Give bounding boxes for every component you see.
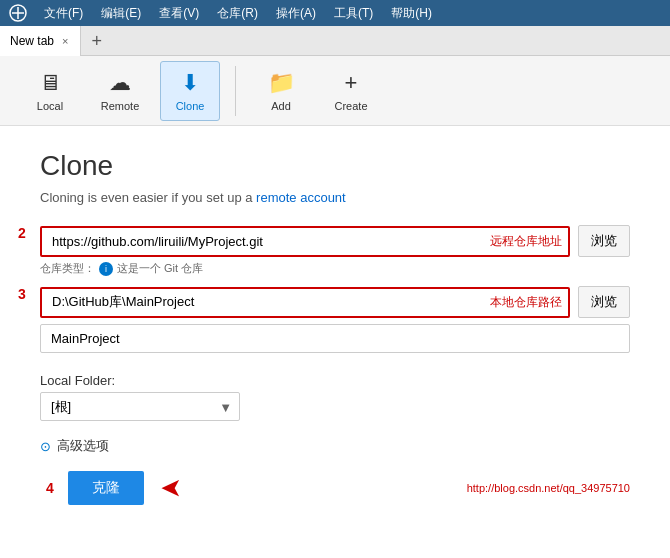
- info-icon: i: [99, 262, 113, 276]
- toolbar-local[interactable]: 🖥 Local: [20, 61, 80, 121]
- watermark: http://blog.csdn.net/qq_34975710: [467, 482, 630, 494]
- path-input-row: 本地仓库路径 浏览: [40, 286, 630, 318]
- menu-view[interactable]: 查看(V): [151, 3, 207, 24]
- path-browse-button[interactable]: 浏览: [578, 286, 630, 318]
- tab-bar: New tab × +: [0, 26, 670, 56]
- repo-name-input[interactable]: [40, 324, 630, 353]
- local-folder-wrapper: [根] ▼: [40, 392, 240, 421]
- menu-action[interactable]: 操作(A): [268, 3, 324, 24]
- clone-icon: ⬇: [181, 70, 199, 96]
- step3-num: 3: [12, 286, 32, 302]
- toolbar-remote[interactable]: ☁ Remote: [90, 61, 150, 121]
- toolbar-add[interactable]: 📁 Add: [251, 61, 311, 121]
- toolbar-add-label: Add: [271, 100, 291, 112]
- advanced-options-toggle[interactable]: ⊙ 高级选项: [40, 437, 630, 455]
- remote-account-link[interactable]: remote account: [256, 190, 346, 205]
- advanced-label: 高级选项: [57, 437, 109, 455]
- toolbar-clone[interactable]: ⬇ Clone 1: [160, 61, 220, 121]
- step4-num: 4: [40, 480, 60, 496]
- path-input[interactable]: [40, 287, 570, 318]
- app-logo: [8, 3, 28, 23]
- url-field-wrapper: 远程仓库地址: [40, 226, 570, 257]
- url-input[interactable]: [40, 226, 570, 257]
- toolbar-create-label: Create: [334, 100, 367, 112]
- arrow-annotation: ➤: [160, 473, 182, 504]
- toolbar: 🖥 Local ☁ Remote ⬇ Clone 1 📁 Add + Creat…: [0, 56, 670, 126]
- step4-row: 4 克隆 ➤ http://blog.csdn.net/qq_34975710: [40, 471, 630, 505]
- step3-row: 3 本地仓库路径 浏览: [40, 286, 630, 318]
- local-icon: 🖥: [39, 70, 61, 96]
- menu-edit[interactable]: 编辑(E): [93, 3, 149, 24]
- url-browse-button[interactable]: 浏览: [578, 225, 630, 257]
- subtitle: Cloning is even easier if you set up a r…: [40, 190, 630, 205]
- path-field-wrapper: 本地仓库路径: [40, 287, 570, 318]
- menu-repo[interactable]: 仓库(R): [209, 3, 266, 24]
- menu-file[interactable]: 文件(F): [36, 3, 91, 24]
- toolbar-remote-label: Remote: [101, 100, 140, 112]
- local-folder-label: Local Folder:: [40, 373, 630, 388]
- toolbar-local-label: Local: [37, 100, 63, 112]
- new-tab-button[interactable]: +: [81, 26, 112, 56]
- menu-tools[interactable]: 工具(T): [326, 3, 381, 24]
- toolbar-sep: [235, 66, 236, 116]
- main-content: Clone Cloning is even easier if you set …: [0, 126, 670, 558]
- page-title: Clone: [40, 150, 630, 182]
- tab-label: New tab: [10, 34, 54, 48]
- toolbar-create[interactable]: + Create: [321, 61, 381, 121]
- tab-new[interactable]: New tab ×: [0, 26, 81, 56]
- tab-close-button[interactable]: ×: [60, 35, 70, 47]
- remote-icon: ☁: [109, 70, 131, 96]
- local-folder-select[interactable]: [根]: [40, 392, 240, 421]
- repo-type-hint: 仓库类型： i 这是一个 Git 仓库: [40, 261, 630, 276]
- step2-row: 2 远程仓库地址 浏览: [40, 225, 630, 257]
- toolbar-clone-label: Clone: [176, 100, 205, 112]
- create-icon: +: [345, 70, 358, 96]
- advanced-expand-icon: ⊙: [40, 439, 51, 454]
- menu-bar: 文件(F) 编辑(E) 查看(V) 仓库(R) 操作(A) 工具(T) 帮助(H…: [0, 0, 670, 26]
- add-icon: 📁: [268, 70, 295, 96]
- step2-num: 2: [12, 225, 32, 241]
- repo-name-row: [40, 324, 630, 363]
- menu-help[interactable]: 帮助(H): [383, 3, 440, 24]
- url-input-row: 远程仓库地址 浏览: [40, 225, 630, 257]
- clone-button[interactable]: 克隆: [68, 471, 144, 505]
